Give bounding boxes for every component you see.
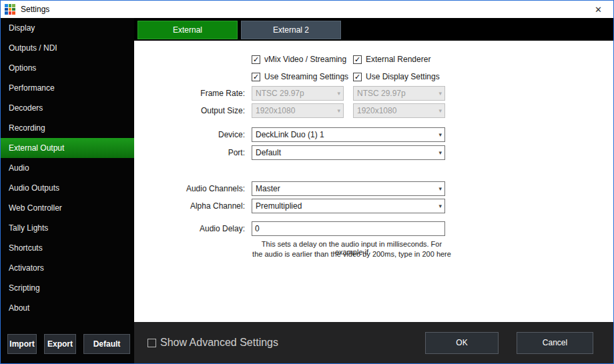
- cancel-button[interactable]: Cancel: [517, 332, 593, 354]
- chevron-down-icon: ▾: [337, 107, 340, 114]
- output-size-select-2[interactable]: 1920x1080 ▾: [353, 103, 445, 118]
- vmix-video-streaming-checkbox[interactable]: ✓ vMix Video / Streaming: [252, 54, 346, 65]
- frame-rate-select-2[interactable]: NTSC 29.97p ▾: [353, 86, 445, 101]
- output-size-select-1[interactable]: 1920x1080 ▾: [252, 103, 344, 118]
- audio-channels-value: Master: [256, 184, 436, 193]
- main-panel: External External 2 ✓ vMix Video / Strea…: [134, 18, 613, 363]
- port-value: Default: [256, 148, 436, 157]
- footer-bar: Show Advanced Settings OK Cancel: [134, 322, 613, 363]
- ok-button[interactable]: OK: [425, 332, 499, 354]
- audio-channels-select[interactable]: Master ▾: [252, 181, 445, 196]
- show-advanced-settings-label: Show Advanced Settings: [160, 337, 278, 349]
- external-renderer-checkbox[interactable]: ✓ External Renderer: [353, 54, 430, 65]
- external-output-form: ✓ vMix Video / Streaming ✓ External Rend…: [134, 41, 613, 322]
- chevron-down-icon: ▾: [438, 185, 442, 192]
- chevron-down-icon: ▾: [438, 90, 442, 97]
- default-button[interactable]: Default: [83, 334, 130, 354]
- vmix-logo-icon: [5, 4, 15, 15]
- close-icon[interactable]: ✕: [583, 1, 613, 18]
- sidebar-item-activators[interactable]: Activators: [1, 258, 134, 278]
- alpha-channel-label: Alpha Channel:: [134, 199, 245, 213]
- sidebar-item-audio[interactable]: Audio: [1, 158, 134, 178]
- chevron-down-icon: ▾: [438, 203, 442, 209]
- audio-delay-help-line2: the audio is earlier than the video by 2…: [252, 250, 452, 258]
- alpha-channel-value: Premultiplied: [256, 201, 436, 211]
- frame-rate-value-2: NTSC 29.97p: [357, 89, 436, 98]
- export-button[interactable]: Export: [44, 334, 76, 354]
- sidebar-item-performance[interactable]: Performance: [1, 78, 134, 98]
- title-bar: Settings ✕: [1, 1, 613, 18]
- frame-rate-value-1: NTSC 29.97p: [256, 89, 334, 98]
- audio-delay-input[interactable]: [252, 221, 445, 236]
- use-streaming-settings-label: Use Streaming Settings: [264, 72, 348, 81]
- sidebar-item-scripting[interactable]: Scripting: [1, 278, 134, 298]
- chevron-down-icon: ▾: [438, 107, 442, 114]
- use-display-settings-label: Use Display Settings: [366, 72, 440, 81]
- sidebar-item-recording[interactable]: Recording: [1, 118, 134, 138]
- check-icon: ✓: [353, 55, 362, 64]
- sidebar-item-outputs-ndi[interactable]: Outputs / NDI: [1, 38, 134, 58]
- device-select[interactable]: DeckLink Duo (1) 1 ▾: [252, 127, 445, 142]
- sidebar-item-tally-lights[interactable]: Tally Lights: [1, 218, 134, 238]
- import-button[interactable]: Import: [7, 334, 37, 354]
- port-label: Port:: [134, 145, 245, 160]
- vmix-video-streaming-label: vMix Video / Streaming: [264, 55, 346, 64]
- sidebar-item-external-output[interactable]: External Output: [1, 138, 134, 158]
- output-size-value-2: 1920x1080: [357, 106, 436, 115]
- use-streaming-settings-checkbox[interactable]: ✓ Use Streaming Settings: [252, 71, 348, 82]
- chevron-down-icon: ▾: [337, 90, 340, 97]
- sidebar-footer: Import Export Default: [1, 334, 134, 363]
- use-display-settings-checkbox[interactable]: ✓ Use Display Settings: [353, 71, 440, 82]
- device-value: DeckLink Duo (1) 1: [256, 130, 436, 139]
- checkbox-unchecked-icon: [147, 339, 156, 347]
- frame-rate-label: Frame Rate:: [134, 86, 245, 101]
- window-title: Settings: [21, 5, 49, 14]
- sidebar-item-decoders[interactable]: Decoders: [1, 98, 134, 118]
- sidebar-item-web-controller[interactable]: Web Controller: [1, 198, 134, 218]
- audio-channels-label: Audio Channels:: [134, 181, 245, 196]
- frame-rate-select-1[interactable]: NTSC 29.97p ▾: [252, 86, 344, 101]
- output-size-value-1: 1920x1080: [256, 106, 334, 115]
- check-icon: ✓: [353, 73, 362, 81]
- tab-external[interactable]: External: [137, 21, 238, 39]
- audio-delay-label: Audio Delay:: [134, 221, 245, 236]
- chevron-down-icon: ▾: [438, 131, 442, 138]
- check-icon: ✓: [252, 55, 260, 64]
- alpha-channel-select[interactable]: Premultiplied ▾: [252, 199, 445, 213]
- sidebar-item-audio-outputs[interactable]: Audio Outputs: [1, 178, 134, 198]
- external-renderer-label: External Renderer: [366, 55, 430, 64]
- tab-bar: External External 2: [134, 18, 613, 41]
- tab-external-2[interactable]: External 2: [241, 21, 341, 39]
- chevron-down-icon: ▾: [438, 149, 442, 156]
- output-size-label: Output Size:: [134, 103, 245, 118]
- sidebar-item-shortcuts[interactable]: Shortcuts: [1, 238, 134, 258]
- port-select[interactable]: Default ▾: [252, 145, 445, 160]
- settings-sidebar: Display Outputs / NDI Options Performanc…: [1, 18, 134, 363]
- sidebar-item-about[interactable]: About: [1, 298, 134, 318]
- show-advanced-settings-checkbox[interactable]: Show Advanced Settings: [147, 337, 278, 348]
- sidebar-item-display[interactable]: Display: [1, 18, 134, 38]
- device-label: Device:: [134, 127, 245, 142]
- sidebar-item-options[interactable]: Options: [1, 58, 134, 78]
- check-icon: ✓: [252, 73, 260, 81]
